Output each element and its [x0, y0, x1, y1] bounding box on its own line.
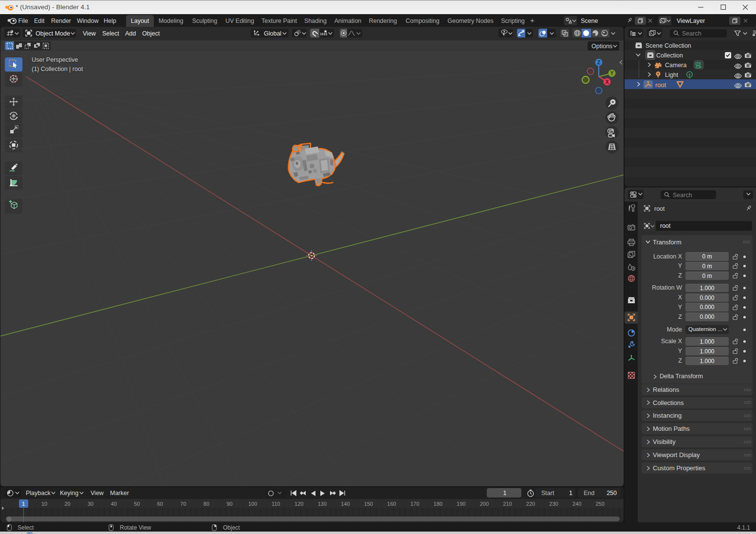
- svg-text:X: X: [606, 79, 609, 85]
- svg-text:Z: Z: [597, 60, 600, 65]
- svg-text:Y: Y: [610, 71, 614, 76]
